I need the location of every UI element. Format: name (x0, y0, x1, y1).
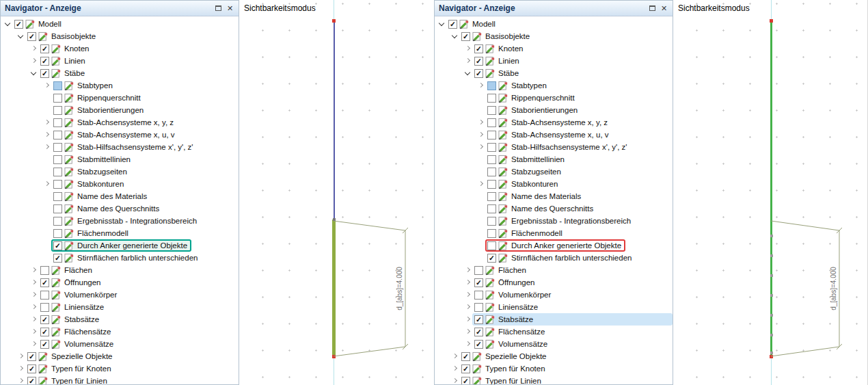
expand-arrow[interactable] (476, 93, 486, 103)
expand-arrow[interactable] (42, 142, 52, 152)
checkbox[interactable] (53, 118, 62, 127)
expand-arrow[interactable] (42, 93, 52, 103)
expand-arrow[interactable] (42, 105, 52, 115)
tree-row[interactable]: Staborientierungen (1, 104, 239, 116)
tree-row[interactable]: ✓ Volumensätze (1, 338, 239, 350)
expand-arrow[interactable] (463, 68, 473, 78)
tree-row[interactable]: Stab-Hilfsachsensysteme x', y', z' (1, 141, 239, 153)
expand-arrow[interactable] (463, 265, 473, 275)
checkbox[interactable]: ✓ (474, 315, 483, 324)
expand-arrow[interactable] (476, 241, 486, 250)
checkbox[interactable]: ✓ (27, 364, 36, 373)
expand-arrow[interactable] (42, 228, 52, 238)
checkbox[interactable]: ✓ (40, 328, 49, 336)
checkbox[interactable]: ✓ (14, 20, 23, 29)
checkbox[interactable]: ✓ (40, 69, 49, 78)
tree-row[interactable]: Name des Materials (1, 190, 239, 202)
checkbox[interactable]: ✓ (474, 278, 483, 287)
tree-row[interactable]: Durch Anker generierte Objekte (435, 239, 673, 252)
close-icon[interactable]: ✕ (224, 3, 236, 14)
checkbox[interactable] (487, 241, 496, 250)
tree-row[interactable]: Stabmittellinien (435, 153, 673, 165)
expand-arrow[interactable] (476, 228, 486, 238)
tree-row[interactable]: Stabkonturen (1, 178, 239, 190)
checkbox[interactable]: ✓ (40, 44, 49, 53)
expand-arrow[interactable] (16, 31, 26, 41)
tree-row[interactable]: ✓ Spezielle Objekte (435, 350, 673, 362)
expand-arrow[interactable] (16, 364, 26, 373)
checkbox[interactable]: ✓ (40, 57, 49, 66)
tree-row[interactable]: Rippenquerschnitt (435, 92, 673, 104)
expand-arrow[interactable] (42, 204, 52, 213)
expand-arrow[interactable] (29, 290, 39, 300)
expand-arrow[interactable] (463, 339, 473, 349)
checkbox[interactable]: ✓ (474, 44, 483, 53)
expand-arrow[interactable] (42, 179, 52, 189)
expand-arrow[interactable] (42, 216, 52, 226)
viewport-canvas[interactable]: d_[abs]=4.000 (239, 0, 434, 385)
expand-arrow[interactable] (450, 31, 460, 41)
tree-row[interactable]: ✓ Durch Anker generierte Objekte (1, 239, 239, 252)
expand-arrow[interactable] (42, 167, 52, 176)
checkbox[interactable]: ✓ (40, 340, 49, 349)
tree-row[interactable]: Liniensätze (1, 301, 239, 313)
checkbox[interactable]: ✓ (474, 328, 483, 336)
close-icon[interactable]: ✕ (658, 3, 670, 14)
tree-row[interactable]: Volumenkörper (1, 289, 239, 301)
tree-row[interactable]: Stabtypen (435, 79, 673, 92)
checkbox[interactable]: ✓ (461, 32, 470, 41)
tree-row[interactable]: ✓ Spezielle Objekte (1, 350, 239, 362)
checkbox[interactable]: ✓ (448, 20, 457, 29)
expand-arrow[interactable] (29, 339, 39, 349)
expand-arrow[interactable] (29, 327, 39, 336)
expand-arrow[interactable] (42, 118, 52, 127)
tree-row[interactable]: ✓ Knoten (1, 42, 239, 55)
tree-row[interactable]: ✓ Modell (435, 18, 673, 30)
checkbox[interactable]: ✓ (474, 69, 483, 78)
tree-row[interactable]: Flächen (1, 264, 239, 276)
tree-row[interactable]: Stabkonturen (435, 178, 673, 190)
tree-row[interactable]: Stabzugseiten (435, 165, 673, 178)
checkbox[interactable] (487, 143, 496, 152)
checkbox[interactable] (487, 81, 496, 90)
checkbox[interactable] (487, 204, 496, 213)
tree-row[interactable]: Stabmittellinien (1, 153, 239, 165)
tree-row[interactable]: Stabtypen (1, 79, 239, 92)
tree-row[interactable]: Ergebnisstab - Integrationsbereich (1, 215, 239, 227)
tree-row[interactable]: ✓ Basisobjekte (435, 30, 673, 42)
expand-arrow[interactable] (450, 351, 460, 361)
float-window-icon[interactable] (213, 3, 224, 14)
checkbox[interactable] (487, 94, 496, 103)
tree-row[interactable]: ✓ Öffnungen (435, 276, 673, 289)
checkbox[interactable]: ✓ (487, 254, 496, 263)
expand-arrow[interactable] (476, 142, 486, 152)
checkbox[interactable] (40, 291, 49, 300)
expand-arrow[interactable] (42, 155, 52, 164)
checkbox[interactable]: ✓ (40, 315, 49, 324)
expand-arrow[interactable] (16, 376, 26, 384)
checkbox[interactable] (53, 106, 62, 115)
viewport[interactable]: Sichtbarkeitsmodus d_[abs]=4.000 (239, 0, 434, 385)
tree-row[interactable]: ✓ Volumensätze (435, 338, 673, 350)
checkbox[interactable] (487, 229, 496, 238)
tree-row[interactable]: Name des Querschnitts (435, 202, 673, 215)
expand-arrow[interactable] (476, 81, 486, 90)
tree-row[interactable]: Stab-Achsensysteme x, y, z (1, 116, 239, 129)
tree-row[interactable]: ✓ Linien (435, 55, 673, 67)
checkbox[interactable]: ✓ (53, 241, 62, 250)
checkbox[interactable]: ✓ (27, 377, 36, 385)
tree-row[interactable]: ✓ Typen für Linien (435, 375, 673, 384)
tree-row[interactable]: ✓ Stäbe (435, 67, 673, 79)
expand-arrow[interactable] (29, 56, 39, 66)
checkbox[interactable] (53, 217, 62, 226)
tree-row[interactable]: ✓ Knoten (435, 42, 673, 55)
expand-arrow[interactable] (476, 130, 486, 140)
checkbox[interactable] (53, 131, 62, 140)
expand-arrow[interactable] (476, 204, 486, 213)
expand-arrow[interactable] (3, 19, 13, 29)
tree-row[interactable]: Name des Materials (435, 190, 673, 202)
expand-arrow[interactable] (29, 265, 39, 275)
tree-row[interactable]: Flächen (435, 264, 673, 276)
tree-row[interactable]: Flächenmodell (1, 227, 239, 239)
tree-row[interactable]: Stab-Achsensysteme x, u, v (1, 129, 239, 141)
